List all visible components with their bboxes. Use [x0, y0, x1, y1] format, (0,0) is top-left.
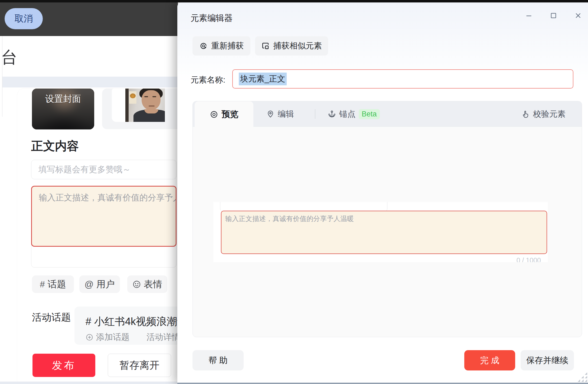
page-title-partial: 台	[1, 47, 17, 69]
recapture-button[interactable]: 重新捕获	[192, 36, 250, 56]
activity-topic-label: 活动话题	[32, 311, 71, 324]
resize-handle[interactable]	[577, 372, 588, 383]
mention-label: 用户	[96, 278, 115, 291]
char-counter: 0 / 1000	[517, 256, 541, 262]
hash-icon: #	[40, 279, 45, 289]
emoji-button[interactable]: 表情	[127, 275, 167, 293]
recapture-label: 重新捕获	[211, 40, 244, 51]
element-name-label: 元素名称:	[191, 74, 225, 86]
screen: 取消 台 设置封面 正文内容 填写标题会有更多赞哦～ 输入正文描述，真诚有价值的…	[0, 0, 588, 384]
video-thumbnail[interactable]	[125, 89, 165, 122]
save-and-continue-button[interactable]: 保存并继续	[521, 350, 574, 370]
capture-similar-button[interactable]: 捕获相似元素	[255, 36, 328, 56]
preview-highlighted-textarea: 输入正文描述，真诚有价值的分享予人温暖	[221, 211, 547, 254]
done-button[interactable]: 完 成	[464, 350, 515, 370]
eye-icon	[210, 110, 218, 119]
element-name-value-selected: 块元素_正文	[239, 73, 287, 85]
post-title-input[interactable]: 填写标题会有更多赞哦～	[31, 160, 177, 179]
pointing-hand-icon	[521, 110, 530, 118]
preview-title-input-edge	[220, 202, 387, 212]
tab-anchor[interactable]: 锚点 Beta	[328, 101, 380, 127]
capture-similar-label: 捕获相似元素	[273, 40, 322, 51]
tab-preview-label: 预览	[222, 109, 239, 120]
activity-details-link[interactable]: 活动详情	[146, 331, 178, 343]
top-edge-strip	[0, 0, 588, 2]
post-title-placeholder: 填写标题会有更多赞哦～	[38, 164, 131, 175]
smiley-icon	[132, 280, 141, 289]
tab-edit[interactable]: 编辑	[266, 101, 294, 127]
maximize-button[interactable]	[547, 9, 560, 22]
plus-circle-icon	[86, 333, 93, 341]
cover-setter[interactable]: 设置封面	[32, 89, 94, 129]
at-icon: @	[84, 279, 94, 289]
photo-dark-edge	[125, 89, 129, 122]
element-name-input[interactable]: 块元素_正文	[232, 69, 573, 89]
photo-eye	[152, 96, 156, 97]
publish-button[interactable]: 发布	[32, 354, 95, 377]
page-band	[2, 77, 178, 87]
similar-elements-icon	[261, 42, 270, 50]
tab-preview[interactable]: 预览	[195, 101, 253, 127]
editor-tabs-panel: 预览 编辑 锚点	[192, 101, 582, 337]
help-button[interactable]: 帮 助	[192, 350, 244, 370]
photo-mouth	[149, 105, 155, 107]
minimize-button[interactable]	[522, 9, 535, 22]
captured-element-preview: 输入正文描述，真诚有价值的分享予人温暖 0 / 1000	[213, 202, 548, 262]
dialog-bottom-edge	[177, 383, 588, 384]
recapture-target-icon	[199, 42, 208, 50]
left-divider	[2, 36, 2, 117]
photo-poster	[129, 91, 136, 104]
bottom-strip	[0, 382, 178, 384]
dialog-title: 元素编辑器	[191, 12, 233, 24]
beta-badge: Beta	[359, 109, 380, 119]
emoji-label: 表情	[144, 278, 162, 291]
add-topic-button[interactable]: 添加话题	[86, 331, 130, 343]
add-topic-label: 添加话题	[96, 331, 130, 343]
validate-element-button[interactable]: 校验元素	[521, 101, 566, 127]
anchor-icon	[328, 110, 336, 118]
validate-element-label: 校验元素	[533, 109, 566, 120]
photo-face	[142, 90, 161, 110]
description-textarea-highlighted[interactable]: 输入正文描述，真诚有价值的分享予人温暖	[31, 186, 177, 247]
photo-eye	[144, 96, 148, 97]
add-hashtag-button[interactable]: # 话题	[32, 275, 74, 293]
save-and-exit-button[interactable]: 暂存离开	[108, 354, 171, 377]
description-placeholder: 输入正文描述，真诚有价值的分享予人温暖	[39, 193, 177, 202]
activity-topic-title[interactable]: # 小红书4k视频浪潮计划	[86, 315, 178, 328]
content-section-title: 正文内容	[31, 138, 79, 154]
photo-collar	[144, 109, 158, 113]
close-button[interactable]	[571, 9, 584, 22]
location-pin-icon	[266, 110, 275, 118]
mention-user-button[interactable]: @ 用户	[79, 275, 120, 293]
element-editor-dialog: 元素编辑器 重新捕获	[177, 2, 588, 384]
cover-label: 设置封面	[32, 93, 94, 105]
tab-anchor-label: 锚点	[339, 109, 355, 120]
tab-edit-label: 编辑	[278, 109, 294, 120]
tab-divider	[315, 109, 315, 119]
cancel-button[interactable]: 取消	[5, 8, 43, 29]
preview-textarea-placeholder: 输入正文描述，真诚有价值的分享予人温暖	[225, 215, 354, 222]
activity-topic-panel: # 小红书4k视频浪潮计划 添加话题 活动详情	[74, 307, 178, 345]
hashtag-label: 话题	[48, 278, 66, 291]
